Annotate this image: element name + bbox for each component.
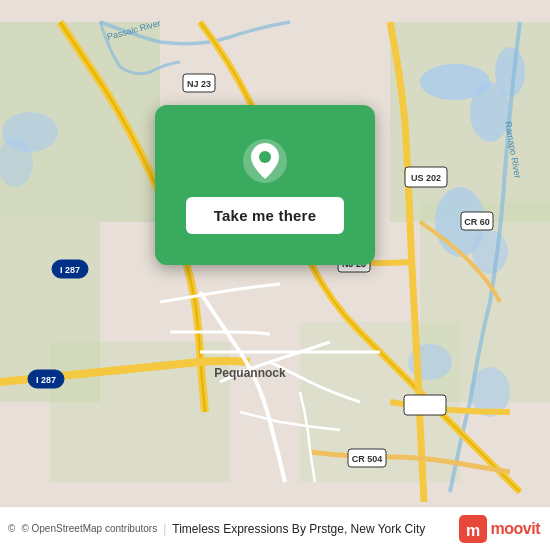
svg-text:I 287: I 287 — [36, 375, 56, 385]
moovit-icon: m — [459, 515, 487, 543]
bottom-bar-info: © © OpenStreetMap contributors | Timeles… — [8, 522, 425, 536]
svg-text:US 202: US 202 — [411, 173, 441, 183]
svg-text:CR 504: CR 504 — [352, 454, 383, 464]
svg-text:m: m — [465, 522, 479, 539]
svg-text:I 287: I 287 — [60, 265, 80, 275]
location-title: Timeless Expressions By Prstge, New York… — [172, 522, 425, 536]
take-me-there-button[interactable]: Take me there — [186, 197, 344, 234]
bottom-bar: © © OpenStreetMap contributors | Timeles… — [0, 506, 550, 550]
separator: | — [163, 522, 166, 536]
moovit-logo: m moovit — [459, 515, 540, 543]
moovit-brand-name: moovit — [491, 520, 540, 538]
map-svg: NJ 23 I 287 I 287 US 202 NJ 23 US 202 CR… — [0, 0, 550, 550]
location-pin-icon — [241, 137, 289, 185]
svg-point-8 — [495, 47, 525, 97]
osm-attribution: © OpenStreetMap contributors — [21, 523, 157, 534]
map-container: NJ 23 I 287 I 287 US 202 NJ 23 US 202 CR… — [0, 0, 550, 550]
svg-text:Pequannock: Pequannock — [214, 366, 286, 380]
svg-point-35 — [259, 151, 271, 163]
svg-text:CR 60: CR 60 — [464, 217, 490, 227]
navigation-card: Take me there — [155, 105, 375, 265]
svg-text:NJ 23: NJ 23 — [187, 79, 211, 89]
svg-text:US 202: US 202 — [410, 401, 440, 411]
copyright-symbol: © — [8, 523, 15, 534]
